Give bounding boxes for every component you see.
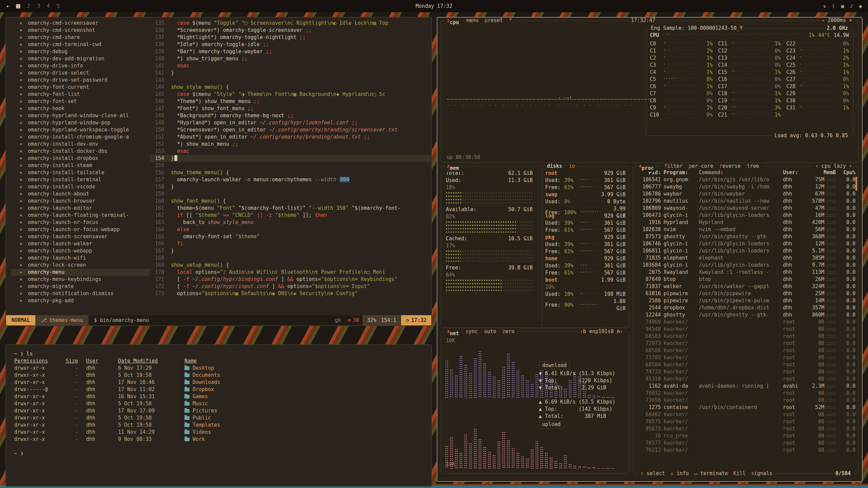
process-row[interactable]: 12244ghostty/usr/bin/ghostty --gtk-dhh86…: [636, 311, 855, 319]
net-zero-button[interactable]: zero: [502, 328, 514, 335]
proc-tree-button[interactable]: tree: [747, 163, 759, 170]
process-row[interactable]: 2544dropbox/home/dhh/.dropbox-distdhh357…: [636, 304, 855, 311]
tree-item[interactable]: ✱omarchy-install-steam: [20, 162, 150, 169]
file-name[interactable]: Pictures: [174, 407, 423, 414]
footer-action-info[interactable]: ↓ info: [670, 470, 689, 477]
process-row[interactable]: 68402kworker/root0B0.0: [636, 411, 855, 418]
tree-item[interactable]: ✱omarchy-pkg-add: [20, 297, 150, 304]
tree-item[interactable]: ✱omarchy-hyprland-window-close-all: [20, 112, 150, 119]
file-name[interactable]: Work: [174, 436, 423, 443]
process-row[interactable]: 106473glycin-i/usr/lib/glycin-loadersdhh…: [636, 212, 855, 219]
tree-item[interactable]: ✱omarchy-notification-dismiss: [20, 290, 150, 297]
process-row[interactable]: 87573ghostty/usr/bin/ghostty --gtk-dhh36…: [636, 233, 855, 240]
process-row[interactable]: 95673kworker/root0B0.0: [636, 425, 855, 432]
file-name[interactable]: Games: [174, 393, 423, 400]
net-sync-button[interactable]: sync: [466, 328, 478, 335]
process-row[interactable]: 74733kworker/root0B0.0: [636, 368, 855, 375]
tree-item[interactable]: ✱omarchy-hook: [20, 105, 150, 112]
column-header-memb[interactable]: MemB: [805, 169, 836, 176]
process-row[interactable]: 68583kworker/root0B0.0: [636, 333, 855, 340]
iface-next-button[interactable]: n›: [617, 328, 623, 334]
process-row[interactable]: 68584kworker/root0B0.0: [636, 361, 855, 368]
process-row[interactable]: 1275containe/usr/bin/containerdroot52M0.…: [636, 404, 855, 411]
footer-action-ignals[interactable]: signals: [751, 470, 772, 477]
terminal-window[interactable]: ~ ❯ lsPermissionsSizeUserDate ModifiedNa…: [5, 344, 432, 487]
process-row[interactable]: 74869kworker/root0B0.0: [636, 319, 855, 326]
sort-prev-button[interactable]: ‹: [815, 163, 818, 169]
iface-prev-button[interactable]: ‹b: [580, 328, 586, 334]
process-row[interactable]: 106786waybar/usr/bin/waybardhh67M0.0: [636, 190, 855, 198]
tree-item[interactable]: ✱omarchy-hyprland-workspace-toggle: [20, 126, 150, 134]
file-name[interactable]: Music: [174, 400, 423, 407]
process-row[interactable]: 106541org.gnom/usr/bin/gjs /usr/lib/odhh…: [636, 176, 855, 183]
io-toggle-button[interactable]: io: [566, 163, 578, 170]
tree-item[interactable]: ✱omarchy-launch-or-focus: [20, 219, 150, 226]
file-name[interactable]: Documents: [174, 372, 423, 379]
tree-item[interactable]: ✱omarchy-install-chromium-google-a: [20, 134, 150, 141]
process-row[interactable]: 1162avahi-daavahi-daemon: running [avahi…: [636, 383, 855, 390]
workspace-3[interactable]: 3: [37, 3, 40, 9]
tree-item[interactable]: ✱omarchy-launch-floating-terminal-: [20, 212, 150, 219]
process-row[interactable]: 16rcu_preeroot0B0.0: [636, 432, 855, 440]
file-row[interactable]: drwx------@-dhh17 Nov 11:02Dropbox: [14, 386, 423, 393]
process-row[interactable]: 68586kworker/root0B0.0: [636, 347, 855, 354]
screenshare-icon[interactable]: ⇅: [823, 3, 826, 9]
tree-item[interactable]: ✱omarchy-debug: [20, 48, 150, 55]
file-name[interactable]: Downloads: [174, 379, 423, 386]
power-icon[interactable]: ◉: [859, 3, 862, 9]
bluetooth-icon[interactable]: ᛒ: [832, 3, 835, 9]
tree-item[interactable]: ✱omarchy-hyprland-window-pop: [20, 119, 150, 126]
tree-item[interactable]: ✱omarchy-lock-screen: [20, 262, 150, 269]
file-row[interactable]: drwxr-xr-x-dhh 5 Oct 19:58Public: [14, 414, 423, 422]
footer-action-ill[interactable]: Kill: [733, 470, 746, 477]
diagnostics-badge[interactable]: ⊘ 30: [344, 315, 362, 325]
tree-item[interactable]: ✱omarchy-drive-info: [20, 62, 150, 69]
file-row[interactable]: drwxr-xr-x-dhh 9 Nov 08:33Work: [14, 436, 423, 443]
process-row[interactable]: 72073kworker/root0B0.0: [636, 340, 855, 347]
column-header-user[interactable]: User:: [783, 169, 802, 176]
tree-item[interactable]: ✱omarchy-menu: [11, 269, 150, 276]
file-name[interactable]: Desktop: [174, 365, 423, 372]
tree-item[interactable]: ✱omarchy-font-list: [20, 91, 150, 98]
process-row[interactable]: 102796nautilus/usr/bin/nautilus --newdhh…: [636, 198, 855, 205]
process-row[interactable]: 106811glycin-i/usr/lib/glycin-loadersdhh…: [636, 247, 855, 255]
tree-item[interactable]: ✱omarchy-menu-keybindings: [20, 276, 150, 283]
process-row[interactable]: 106809swayosd-/usr/bin/swayosd-serverdhh…: [636, 205, 855, 212]
file-row[interactable]: drwxr-xr-x-dhh 5 Oct 19:58Templates: [14, 422, 423, 429]
file-name[interactable]: Dropbox: [174, 386, 423, 393]
process-row[interactable]: 76313kworker/root0B0.0: [636, 447, 855, 454]
tree-item[interactable]: ✱omarchy-install-tailscale: [20, 169, 150, 176]
file-row[interactable]: drwxr-xr-x-dhh 6 Nov 17:29Desktop: [14, 365, 423, 372]
file-row[interactable]: drwxr-xr-x-dhh 5 Oct 19:58Documents: [14, 372, 423, 379]
file-name[interactable]: Public: [174, 414, 423, 422]
footer-action-select[interactable]: ↑ select: [640, 470, 665, 477]
tree-item[interactable]: ✱omarchy-cmd-share: [20, 34, 150, 41]
proc-reverse-button[interactable]: reverse: [719, 163, 741, 170]
file-row[interactable]: drwxr-xr-x-dhh16 Nov 15:31Games: [14, 393, 423, 400]
process-row[interactable]: 87649btopbtopdhh26M0.0: [636, 276, 855, 283]
os-logo-icon[interactable]: ✦: [6, 3, 9, 9]
tree-item[interactable]: ✱omarchy-launch-about: [20, 190, 150, 198]
tree-item[interactable]: ✱omarchy-drive-set-password: [20, 77, 150, 84]
terminal-prompt[interactable]: ~ ❯: [14, 450, 423, 457]
cpu--button[interactable]: *: [509, 17, 512, 24]
process-table-header[interactable]: Pid:Program:Command:User:MemBCpu%: [636, 169, 855, 176]
tree-item[interactable]: ✱omarchy-launch-screensaver: [20, 233, 150, 240]
process-row[interactable]: 73656kworker/root0B0.0: [636, 397, 855, 404]
tree-item[interactable]: ✱omarchy-launch-editor: [20, 205, 150, 212]
tree-item[interactable]: ✱omarchy-font-current: [20, 84, 150, 91]
tree-item[interactable]: ✱omarchy-drive-select: [20, 69, 150, 77]
process-row[interactable]: 103684glycin-i/usr/lib/glycin-loadersdhh…: [636, 262, 855, 269]
process-row[interactable]: 106777swaybg/usr/bin/swaybg -i /homdhh12…: [636, 183, 855, 190]
tree-item[interactable]: ✱omarchy-install-dev-env: [20, 141, 150, 148]
tree-item[interactable]: ✱omarchy-cmd-screensaver: [20, 20, 150, 27]
file-row[interactable]: drwxr-xr-x-dhh 5 Oct 19:58Music: [14, 400, 423, 407]
interval-minus-button[interactable]: -: [822, 17, 825, 23]
tree-item[interactable]: ✱omarchy-install-docker-dbs: [20, 148, 150, 155]
process-row[interactable]: 63816pipewire/usr/bin/pipewiredhh25M0.0: [636, 290, 855, 297]
process-row[interactable]: 106746glycin-i/usr/lib/glycin-loadersdhh…: [636, 240, 855, 247]
code-pane[interactable]: 135 case $(menu "Toggle" "▢ Screensaver\…: [150, 18, 431, 315]
file-name[interactable]: Templates: [174, 422, 423, 429]
cpu-menu-button[interactable]: menu: [466, 17, 478, 24]
process-row[interactable]: 71835elephantelephantdhh385M0.0: [636, 255, 855, 262]
